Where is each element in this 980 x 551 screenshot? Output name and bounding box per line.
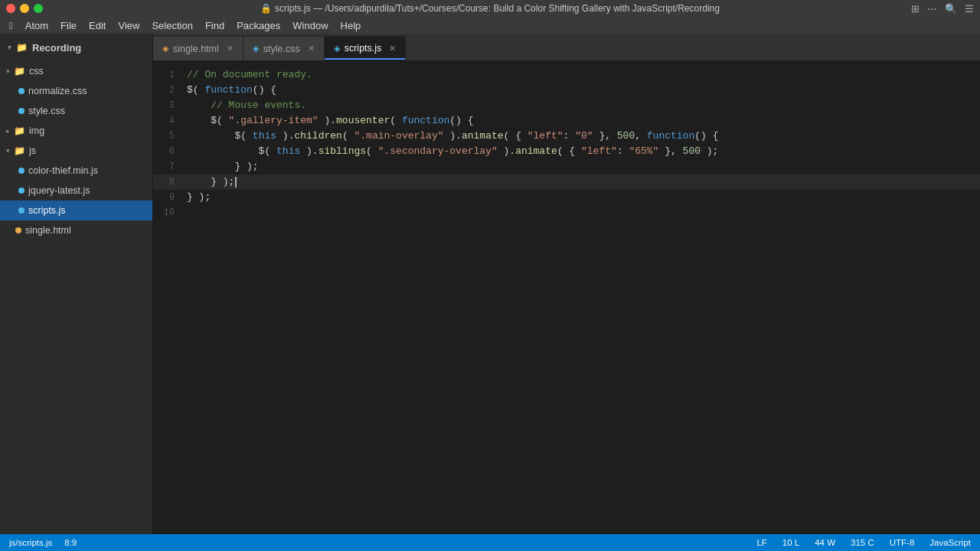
- tab-close-css[interactable]: ✕: [308, 44, 315, 54]
- tab-icon-css: ◈: [253, 44, 259, 54]
- file-icon: [18, 187, 24, 194]
- file-icon: [15, 227, 21, 233]
- code-line-3: 3 // Mouse events.: [153, 98, 980, 113]
- status-width[interactable]: 44 W: [812, 538, 838, 547]
- tab-scripts-js[interactable]: ◈ scripts.js ✕: [325, 36, 407, 60]
- line-content: } );: [184, 190, 980, 205]
- sidebar-item-label: style.css: [28, 106, 152, 116]
- tab-label: single.html: [173, 44, 219, 54]
- chevron-down-icon: ▾: [6, 147, 10, 155]
- menu-selection[interactable]: Selection: [145, 17, 198, 34]
- sidebar-item-label: jquery-latest.js: [28, 185, 152, 196]
- line-content: } );: [184, 159, 980, 174]
- status-lf[interactable]: LF: [753, 538, 769, 547]
- line-number: 3: [153, 98, 184, 113]
- sidebar-item-style-css[interactable]: style.css: [0, 101, 152, 121]
- code-line-5: 5 $( this ).children( ".main-overlay" ).…: [153, 129, 980, 144]
- menu-bar:  Atom File Edit View Selection Find Pac…: [0, 17, 980, 34]
- editor-area[interactable]: 1 // On document ready. 2 $( function() …: [153, 61, 980, 534]
- sidebar-item-img-folder[interactable]: ▸ 📁 img: [0, 121, 152, 141]
- menu-icon[interactable]: ☰: [965, 3, 974, 15]
- code-line-4: 4 $( ".gallery-item" ).mousenter( functi…: [153, 113, 980, 129]
- status-bar-left: js/scripts.js 8:9: [6, 538, 80, 547]
- menu-atom[interactable]: Atom: [19, 17, 54, 34]
- sidebar-item-js-folder[interactable]: ▾ 📁 js: [0, 141, 152, 161]
- chevron-down-icon: ▾: [6, 67, 10, 75]
- code-line-1: 1 // On document ready.: [153, 67, 980, 83]
- traffic-lights[interactable]: [6, 4, 43, 13]
- menu-find[interactable]: Find: [199, 17, 230, 34]
- project-folder-icon: 📁: [16, 42, 28, 53]
- search-icon[interactable]: 🔍: [945, 3, 957, 15]
- status-bar: js/scripts.js 8:9 LF 10 L 44 W 315 C UTF…: [0, 534, 980, 551]
- tab-bar: ◈ single.html ✕ ◈ style.css ✕ ◈ scripts.…: [153, 34, 980, 61]
- code-line-8: 8 } );: [153, 174, 980, 190]
- line-content: $( this ).children( ".main-overlay" ).an…: [184, 129, 980, 144]
- folder-icon: 📁: [14, 66, 25, 77]
- sidebar-item-label: normalize.css: [28, 86, 152, 96]
- menu-view[interactable]: View: [112, 17, 145, 34]
- tab-close-html[interactable]: ✕: [227, 44, 234, 54]
- line-number: 4: [153, 113, 184, 129]
- sidebar-header: ▾ 📁 Recording: [0, 34, 152, 61]
- line-number: 9: [153, 190, 184, 205]
- sidebar-item-single-html[interactable]: single.html: [0, 220, 152, 240]
- menu-help[interactable]: Help: [335, 17, 368, 34]
- close-button[interactable]: [6, 4, 15, 13]
- titlebar: 🔒 scripts.js — /Users/adipurdila/Tuts+/C…: [0, 0, 980, 17]
- status-cursor[interactable]: 8:9: [61, 538, 80, 547]
- sidebar-item-css-folder[interactable]: ▾ 📁 css: [0, 61, 152, 81]
- code-line-7: 7 } );: [153, 159, 980, 174]
- tab-label: style.css: [263, 44, 300, 54]
- sidebar-item-label: img: [29, 126, 152, 136]
- line-content: // On document ready.: [184, 67, 980, 83]
- chevron-down-icon: ▾: [8, 44, 11, 51]
- tab-single-html[interactable]: ◈ single.html ✕: [153, 36, 243, 60]
- line-number: 5: [153, 129, 184, 144]
- menu-edit[interactable]: Edit: [83, 17, 112, 34]
- status-file-path[interactable]: js/scripts.js: [6, 538, 55, 547]
- icon1[interactable]: ⊞: [911, 3, 920, 15]
- active-tab-indicator: [325, 58, 406, 60]
- status-encoding[interactable]: UTF-8: [887, 538, 918, 547]
- tab-style-css[interactable]: ◈ style.css ✕: [243, 36, 325, 60]
- editor-panel: ◈ single.html ✕ ◈ style.css ✕ ◈ scripts.…: [153, 34, 980, 534]
- sidebar-item-label: css: [29, 66, 152, 77]
- maximize-button[interactable]: [34, 4, 43, 13]
- line-number: 8: [153, 174, 184, 190]
- menu-window[interactable]: Window: [286, 17, 334, 34]
- folder-icon: 📁: [14, 126, 25, 136]
- sidebar-item-label: color-thief.min.js: [28, 165, 152, 176]
- line-number: 1: [153, 67, 184, 83]
- icon2[interactable]: ⋯: [927, 3, 937, 15]
- tab-label: scripts.js: [345, 43, 382, 54]
- minimize-button[interactable]: [20, 4, 29, 13]
- app-container: ▾ 📁 Recording ▾ 📁 css normalize.css styl…: [0, 34, 980, 551]
- file-icon: [18, 88, 24, 94]
- file-icon: [18, 168, 24, 174]
- line-content: $( function() {: [184, 83, 980, 98]
- line-content: $( this ).siblings( ".secondary-overlay"…: [184, 144, 980, 159]
- line-number: 6: [153, 144, 184, 159]
- sidebar-item-label: scripts.js: [28, 205, 152, 216]
- file-icon: [18, 108, 24, 114]
- tab-close-js[interactable]: ✕: [389, 44, 396, 54]
- line-content: // Mouse events.: [184, 98, 980, 113]
- sidebar-item-scripts-js[interactable]: scripts.js: [0, 201, 152, 220]
- status-lines[interactable]: 10 L: [779, 538, 802, 547]
- code-line-6: 6 $( this ).siblings( ".secondary-overla…: [153, 144, 980, 159]
- menu-apple[interactable]: : [3, 17, 19, 34]
- sidebar-item-jquery-latest[interactable]: jquery-latest.js: [0, 181, 152, 201]
- status-chars[interactable]: 315 C: [848, 538, 877, 547]
- menu-packages[interactable]: Packages: [230, 17, 286, 34]
- menu-file[interactable]: File: [54, 17, 83, 34]
- tab-icon-html: ◈: [162, 44, 168, 54]
- code-line-9: 9 } );: [153, 190, 980, 205]
- status-language[interactable]: JavaScript: [926, 538, 974, 547]
- sidebar-item-normalize-css[interactable]: normalize.css: [0, 81, 152, 101]
- sidebar-item-label: single.html: [25, 225, 152, 236]
- line-content: $( ".gallery-item" ).mousenter( function…: [184, 113, 980, 129]
- titlebar-title: 🔒 scripts.js — /Users/adipurdila/Tuts+/C…: [260, 3, 720, 14]
- sidebar-item-color-thief[interactable]: color-thief.min.js: [0, 161, 152, 181]
- status-bar-right: LF 10 L 44 W 315 C UTF-8 JavaScript: [753, 538, 974, 547]
